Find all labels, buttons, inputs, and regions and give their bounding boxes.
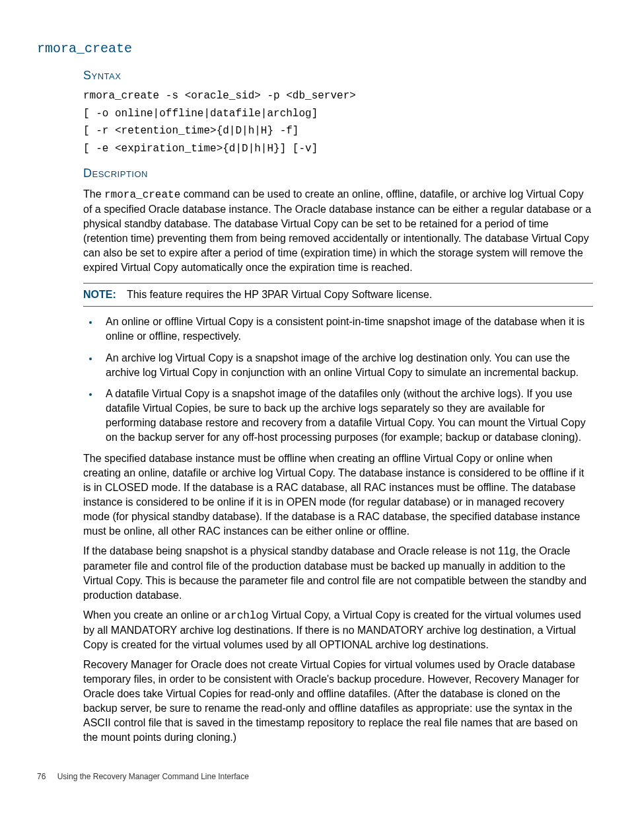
description-para: Recovery Manager for Oracle does not cre… — [83, 658, 593, 745]
description-intro: The rmora_create command can be used to … — [83, 187, 593, 275]
page-footer: 76 Using the Recovery Manager Command Li… — [37, 771, 593, 783]
list-item: A datafile Virtual Copy is a snapshot im… — [99, 387, 593, 445]
list-item: An archive log Virtual Copy is a snapsho… — [99, 351, 593, 380]
intro-pre: The — [83, 188, 104, 200]
page-number: 76 — [37, 771, 46, 783]
description-para: If the database being snapshot is a phys… — [83, 544, 593, 602]
note-box: NOTE: This feature requires the HP 3PAR … — [83, 283, 593, 307]
syntax-code: rmora_create -s <oracle_sid> -p <db_serv… — [83, 87, 593, 157]
description-para: When you create an online or archlog Vir… — [83, 608, 593, 652]
para4-pre: When you create an online or — [83, 609, 224, 621]
para4-command: archlog — [224, 610, 268, 622]
syntax-heading: Syntax — [83, 67, 593, 84]
description-para: The specified database instance must be … — [83, 451, 593, 539]
command-title: rmora_create — [37, 40, 593, 58]
list-item: An online or offline Virtual Copy is a c… — [99, 315, 593, 344]
intro-command: rmora_create — [104, 189, 180, 201]
description-bullets: An online or offline Virtual Copy is a c… — [83, 315, 593, 445]
note-label: NOTE: — [83, 289, 116, 300]
intro-post: command can be used to create an online,… — [83, 188, 591, 273]
description-heading: Description — [83, 165, 593, 182]
note-text: This feature requires the HP 3PAR Virtua… — [127, 289, 432, 300]
footer-section-title: Using the Recovery Manager Command Line … — [57, 772, 249, 781]
